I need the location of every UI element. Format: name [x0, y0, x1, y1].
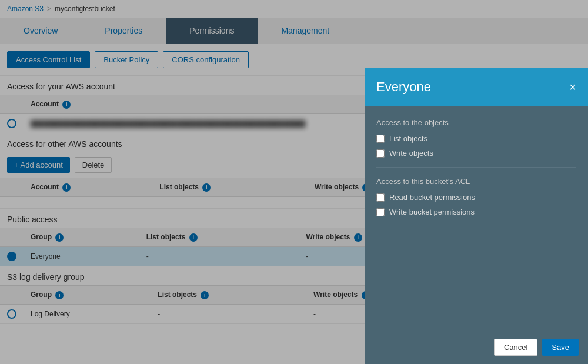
modal-divider	[376, 167, 576, 168]
everyone-modal: Everyone × Access to the objects List ob…	[365, 68, 588, 364]
read-bucket-checkbox-item: Read bucket permissions	[376, 193, 576, 202]
write-bucket-permissions-checkbox[interactable]	[376, 208, 385, 216]
write-objects-checkbox[interactable]	[376, 149, 385, 158]
modal-header: Everyone ×	[365, 68, 588, 106]
access-acl-title: Access to this bucket's ACL	[376, 177, 576, 186]
write-bucket-permissions-label: Write bucket permissions	[389, 208, 475, 216]
modal-body: Access to the objects List objects Write…	[365, 106, 588, 330]
read-bucket-permissions-checkbox[interactable]	[376, 193, 385, 202]
list-objects-checkbox[interactable]	[376, 135, 385, 143]
write-bucket-checkbox-item: Write bucket permissions	[376, 208, 576, 216]
modal-title: Everyone	[376, 79, 431, 95]
modal-close-button[interactable]: ×	[569, 81, 576, 93]
list-objects-checkbox-item: List objects	[376, 134, 576, 143]
read-bucket-permissions-label: Read bucket permissions	[389, 193, 475, 202]
write-objects-checkbox-label: Write objects	[389, 149, 433, 158]
write-objects-checkbox-item: Write objects	[376, 149, 576, 158]
list-objects-checkbox-label: List objects	[389, 134, 427, 143]
save-button[interactable]: Save	[542, 339, 579, 356]
modal-footer: Cancel Save	[365, 330, 588, 364]
cancel-button[interactable]: Cancel	[494, 339, 537, 356]
access-objects-title: Access to the objects	[376, 118, 576, 127]
